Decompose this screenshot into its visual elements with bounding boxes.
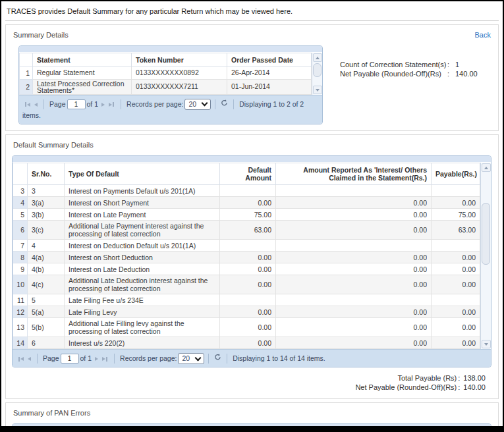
scrollbar[interactable] bbox=[312, 53, 322, 95]
last-arrow-icon bbox=[113, 102, 114, 107]
scroll-thumb[interactable] bbox=[313, 63, 322, 77]
cell: 5(a) bbox=[28, 306, 65, 318]
prev-page-button[interactable] bbox=[26, 353, 33, 364]
column-header[interactable]: Default Amount bbox=[220, 163, 276, 185]
separator bbox=[37, 354, 38, 364]
table-row[interactable]: 33Interest on Payments Default u/s 201(1… bbox=[13, 185, 480, 197]
cell: 0.00 bbox=[220, 197, 276, 209]
cell: 0133XXXXXXX0892 bbox=[132, 67, 227, 80]
separator bbox=[121, 99, 121, 109]
table-row[interactable]: 146Interest u/s 220(2)0.000.000.00 bbox=[13, 337, 480, 349]
column-header[interactable]: Type Of Default bbox=[65, 163, 220, 185]
row-number-cell: 2 bbox=[20, 80, 33, 95]
chevron-down-icon bbox=[195, 354, 202, 361]
page-input[interactable] bbox=[61, 354, 79, 364]
cell: 63.00 bbox=[432, 221, 480, 240]
separator bbox=[43, 99, 44, 109]
column-header[interactable]: Amount Reported As 'Interest/ Others Cla… bbox=[276, 163, 432, 185]
table-row[interactable]: 53(b)Interest on Late Payment75.000.0075… bbox=[13, 209, 480, 221]
cell: 3 bbox=[28, 185, 65, 197]
correction-count-value: 1 bbox=[455, 61, 459, 68]
cell: 5(b) bbox=[28, 318, 65, 337]
row-number-cell: 13 bbox=[13, 318, 28, 337]
cell: 0.00 bbox=[276, 275, 432, 294]
scroll-up-button[interactable] bbox=[482, 163, 491, 172]
separator bbox=[208, 354, 209, 364]
table-row[interactable]: 74Interest on Deduction Default u/s 201(… bbox=[13, 240, 480, 252]
back-link[interactable]: Back bbox=[475, 31, 491, 39]
defaults-grid: Sr.No.Type Of DefaultDefault AmountAmoun… bbox=[12, 155, 491, 367]
last-page-button[interactable] bbox=[107, 99, 117, 110]
row-number-cell: 9 bbox=[13, 263, 28, 275]
scrollbar[interactable] bbox=[480, 163, 491, 349]
header-row: Sr.No.Type Of DefaultDefault AmountAmoun… bbox=[13, 163, 480, 185]
records-per-page-select[interactable]: 20 bbox=[184, 99, 211, 110]
next-page-button[interactable] bbox=[93, 353, 100, 364]
records-per-page-label: Records per page: bbox=[120, 353, 177, 364]
column-header[interactable]: Payable(Rs.) bbox=[432, 163, 480, 185]
column-header[interactable]: Statement bbox=[33, 53, 132, 67]
cell: 4(b) bbox=[28, 263, 65, 275]
table-row[interactable]: 63(c)Additional Late Payment interest ag… bbox=[13, 221, 480, 240]
net-payable-label: Net Payable (Rounded-Off)(Rs) bbox=[340, 70, 447, 78]
row-number-cell: 3 bbox=[13, 185, 28, 197]
table-row[interactable]: 94(b)Interest on Late Deduction0.000.000… bbox=[13, 263, 480, 275]
refresh-icon bbox=[214, 353, 221, 361]
arrow-up-icon bbox=[316, 57, 320, 59]
cell: 3(c) bbox=[28, 221, 65, 240]
net-payable-value: 140.00 bbox=[455, 70, 478, 78]
summary-details-header: Summary Details Back bbox=[6, 25, 498, 44]
first-page-button[interactable] bbox=[22, 99, 32, 110]
cell: Interest on Late Deduction bbox=[65, 263, 220, 275]
scroll-up-button[interactable] bbox=[313, 53, 322, 62]
cell: 4(a) bbox=[28, 252, 65, 263]
next-page-button[interactable] bbox=[99, 99, 107, 110]
scroll-down-button[interactable] bbox=[482, 340, 491, 348]
cell: 0.00 bbox=[276, 197, 432, 209]
table-row[interactable]: 135(b)Additional Late Filling levy again… bbox=[13, 318, 480, 337]
row-number-cell: 5 bbox=[13, 209, 28, 221]
records-per-page-label: Records per page: bbox=[126, 99, 183, 110]
refresh-button[interactable] bbox=[213, 353, 223, 364]
column-header[interactable]: Token Number bbox=[132, 53, 227, 67]
first-arrow-icon bbox=[18, 357, 20, 362]
correction-count-label: Count of Correction Statement(s) bbox=[340, 61, 447, 68]
header-row: StatementToken NumberOrder Passed Date bbox=[20, 53, 312, 67]
row-number-cell: 14 bbox=[13, 337, 28, 349]
records-per-page-select[interactable]: 20 bbox=[178, 353, 204, 364]
table-row[interactable]: 43(a)Interest on Short Payment0.000.000.… bbox=[13, 197, 480, 209]
scroll-thumb[interactable] bbox=[482, 203, 490, 265]
cell: 0.00 bbox=[432, 275, 480, 294]
table-row[interactable]: 84(a)Interest on Short Deduction0.000.00… bbox=[13, 252, 480, 263]
grid-top-bar bbox=[19, 46, 322, 53]
column-header[interactable]: Sr.No. bbox=[28, 163, 65, 185]
cell: 0.00 bbox=[432, 337, 480, 349]
cell: 0.00 bbox=[432, 263, 480, 275]
banner-text: TRACES provides Default Summary for any … bbox=[7, 7, 293, 15]
cell: 0.00 bbox=[276, 306, 432, 318]
cell: 01-Jun-2014 bbox=[227, 80, 312, 95]
cell: 0.00 bbox=[220, 275, 276, 294]
cell: Latest Processed Correction Statements* bbox=[33, 80, 132, 95]
cell: 0.00 bbox=[220, 263, 276, 275]
net-payable-rounded-label: Net Payable (Rounded-Off)(Rs) bbox=[355, 383, 457, 391]
table-row[interactable]: 2Latest Processed Correction Statements*… bbox=[20, 80, 312, 95]
refresh-button[interactable] bbox=[219, 99, 229, 110]
prev-page-button[interactable] bbox=[32, 99, 40, 110]
cell: 0.00 bbox=[220, 337, 276, 349]
chevron-down-icon bbox=[202, 100, 208, 107]
last-page-button[interactable] bbox=[100, 353, 110, 364]
table-row[interactable]: 115Late Filing Fee u/s 234E bbox=[13, 294, 480, 306]
first-page-button[interactable] bbox=[16, 353, 26, 364]
cell: 4(c) bbox=[28, 275, 65, 294]
arrow-up-icon bbox=[484, 167, 488, 169]
table-row[interactable]: 1Regular Statement0133XXXXXXX089226-Apr-… bbox=[20, 67, 312, 80]
scroll-down-button[interactable] bbox=[313, 86, 322, 94]
prev-arrow-icon bbox=[34, 103, 38, 107]
table-row[interactable]: 125(a)Late Filing Levy0.000.000.00 bbox=[13, 306, 480, 318]
pan-errors-panel: Summary of PAN Errors Deductees Without … bbox=[5, 402, 499, 432]
table-row[interactable]: 104(c)Additional Late Deduction interest… bbox=[13, 275, 480, 294]
column-header[interactable]: Order Passed Date bbox=[227, 53, 312, 67]
row-number-header bbox=[20, 53, 33, 67]
page-input[interactable] bbox=[67, 99, 86, 109]
